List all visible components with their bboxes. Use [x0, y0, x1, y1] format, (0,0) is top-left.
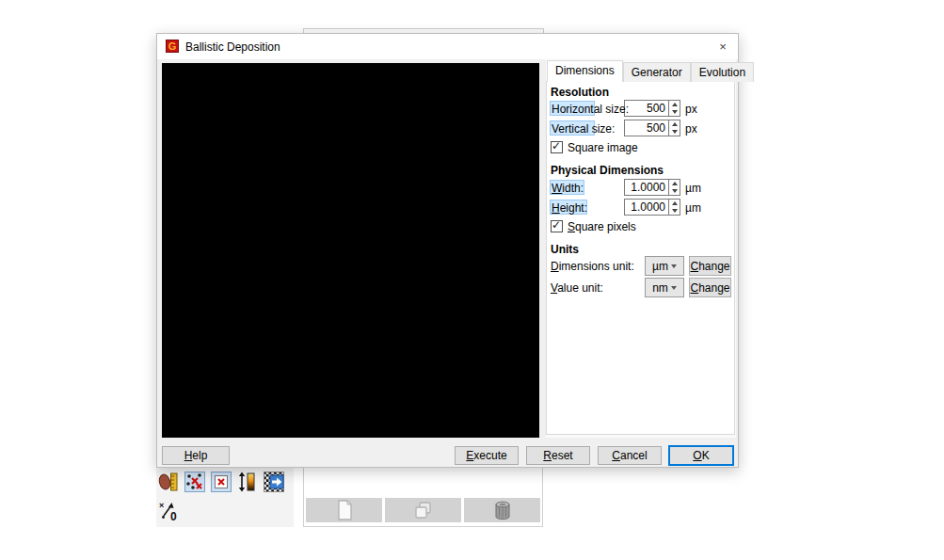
- ok-button[interactable]: OK: [668, 445, 734, 466]
- gwyddion-toolbox: × 0: [156, 468, 294, 527]
- dimensions-unit-value: µm: [652, 260, 668, 273]
- height-input[interactable]: [624, 199, 669, 216]
- width-spinner[interactable]: [669, 179, 680, 196]
- gwyddion-logo-icon: G: [166, 40, 179, 53]
- spin-up-icon[interactable]: [669, 120, 680, 128]
- height-unit: µm: [685, 201, 701, 215]
- vertical-size-input[interactable]: [624, 120, 669, 136]
- grain-remove-icon[interactable]: [184, 471, 206, 493]
- square-pixels-checkbox[interactable]: ✓: [551, 220, 563, 232]
- width-input[interactable]: [624, 179, 669, 196]
- cancel-button[interactable]: Cancel: [598, 446, 662, 465]
- reset-button[interactable]: Reset: [526, 446, 590, 465]
- spin-down-icon[interactable]: [669, 108, 680, 116]
- spin-up-icon[interactable]: [669, 101, 680, 108]
- height-label: Height:: [552, 201, 587, 215]
- measure-icon[interactable]: [157, 471, 180, 493]
- spin-up-icon[interactable]: [669, 180, 680, 187]
- horizontal-size-label: Horizontal size:: [552, 103, 629, 116]
- delete-icon[interactable]: [464, 498, 540, 522]
- horizontal-size-input[interactable]: [624, 100, 669, 117]
- browser-button-row: [306, 498, 540, 522]
- close-icon[interactable]: ×: [708, 34, 738, 59]
- svg-text:0: 0: [170, 510, 177, 522]
- vertical-size-unit: px: [685, 122, 697, 136]
- dropdown-arrow-icon: [671, 286, 677, 290]
- value-unit-value: nm: [652, 281, 668, 295]
- data-browser-window: [303, 468, 543, 527]
- resolution-heading: Resolution: [551, 86, 609, 99]
- width-label: Width:: [552, 182, 584, 195]
- window-title: Ballistic Deposition: [185, 40, 280, 54]
- horizontal-size-unit: px: [685, 103, 697, 116]
- dimensions-unit-change-button[interactable]: Change: [689, 256, 731, 276]
- vertical-size-label: Vertical size:: [552, 122, 615, 136]
- spin-down-icon[interactable]: [669, 187, 680, 195]
- title-bar: G Ballistic Deposition ×: [157, 34, 738, 59]
- screen: × 0: [0, 0, 944, 560]
- square-image-checkbox[interactable]: ✓: [551, 141, 563, 153]
- tab-generator[interactable]: Generator: [623, 62, 691, 82]
- help-button[interactable]: Help: [162, 446, 230, 465]
- dimensions-unit-dropdown[interactable]: µm: [645, 256, 684, 276]
- horizontal-size-spinner[interactable]: [669, 100, 680, 117]
- vertical-size-spinner[interactable]: [669, 120, 680, 136]
- width-unit: µm: [685, 182, 701, 195]
- spin-down-icon[interactable]: [669, 128, 680, 136]
- duplicate-icon[interactable]: [385, 498, 461, 522]
- square-pixels-label: Square pixels: [568, 220, 636, 233]
- spin-down-icon[interactable]: [669, 207, 680, 215]
- new-icon[interactable]: [306, 498, 382, 522]
- units-heading: Units: [551, 243, 579, 256]
- value-unit-change-button[interactable]: Change: [689, 278, 731, 297]
- fft-filter-icon[interactable]: [263, 471, 285, 493]
- fix-zero-icon[interactable]: × 0: [158, 500, 181, 522]
- value-unit-label: Value unit:: [551, 281, 603, 295]
- tab-evolution[interactable]: Evolution: [691, 62, 754, 82]
- physical-dimensions-heading: Physical Dimensions: [551, 164, 664, 177]
- checkmark-icon: ✓: [552, 139, 561, 152]
- tab-bar: Dimensions Generator Evolution: [547, 60, 754, 82]
- square-image-label: Square image: [568, 141, 638, 154]
- value-unit-dropdown[interactable]: nm: [645, 278, 684, 297]
- svg-text:×: ×: [159, 501, 164, 510]
- preview-image: [162, 63, 539, 438]
- height-spinner[interactable]: [669, 199, 680, 216]
- execute-button[interactable]: Execute: [455, 446, 519, 465]
- dimensions-unit-label: Dimensions unit:: [551, 260, 634, 273]
- color-range-icon[interactable]: [236, 471, 259, 493]
- spin-up-icon[interactable]: [669, 200, 680, 207]
- tab-dimensions[interactable]: Dimensions: [547, 60, 623, 82]
- mask-remove-icon[interactable]: [210, 471, 232, 493]
- checkmark-icon: ✓: [552, 218, 561, 232]
- dropdown-arrow-icon: [671, 264, 677, 268]
